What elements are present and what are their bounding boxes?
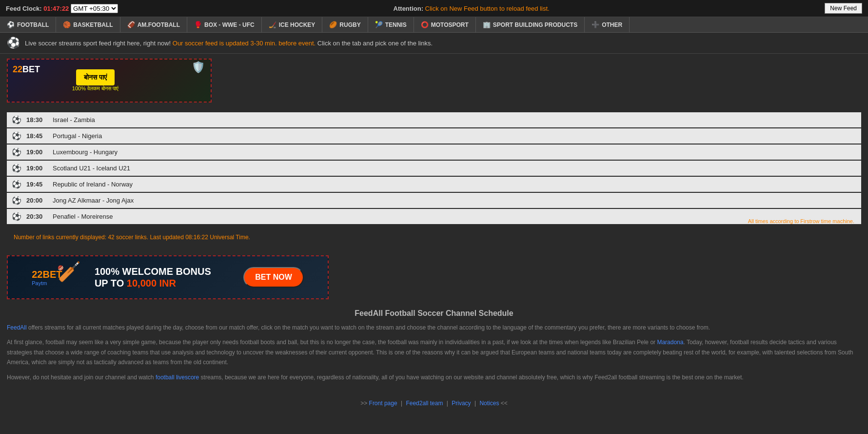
match-name: Scotland U21 - Iceland U21 bbox=[53, 165, 130, 172]
nav-item-basketball[interactable]: 🏀 BASKETBALL bbox=[56, 17, 120, 32]
tennis-icon: 🎾 bbox=[375, 21, 383, 28]
match-time: 19:45 bbox=[26, 181, 46, 188]
welcome-line2: UP TO 10,000 INR bbox=[95, 277, 211, 289]
welcome-amount: 10,000 INR bbox=[127, 278, 176, 289]
match-soccer-icon: ⚽ bbox=[12, 115, 21, 124]
desc-para1-text: offers streams for all current matches p… bbox=[28, 324, 710, 331]
nav-label-other: OTHER bbox=[602, 21, 622, 28]
nav-item-am-football[interactable]: 🏈 AM.FOOTBALL bbox=[120, 17, 187, 32]
banner-bottom[interactable]: 22BET Paytm 🏏 100% WELCOME BONUS UP TO 1… bbox=[7, 255, 329, 299]
soccer-ball-icon: ⚽ bbox=[7, 37, 20, 49]
maradona-link[interactable]: Maradona bbox=[657, 339, 683, 346]
description: FeedAll offers streams for all current m… bbox=[7, 323, 861, 382]
footer-sep3: | bbox=[474, 400, 476, 407]
basketball-icon: 🏀 bbox=[63, 21, 71, 28]
description-para3: However, do not hesitate and join our ch… bbox=[7, 372, 861, 382]
welcome-text: 100% WELCOME BONUS UP TO 10,000 INR bbox=[95, 266, 211, 289]
nav-label-basketball: BASKETBALL bbox=[73, 21, 113, 28]
description-para1: FeedAll offers streams for all current m… bbox=[7, 323, 861, 332]
notice-text-main: Live soccer streams sport feed right her… bbox=[25, 40, 171, 47]
nav-item-sport-building[interactable]: 🏢 SPORT BUILDING PRODUCTS bbox=[476, 17, 585, 32]
match-time: 18:45 bbox=[26, 132, 46, 140]
nav-label-motosport: MOTOSPORT bbox=[431, 21, 469, 28]
match-time: 20:00 bbox=[26, 197, 46, 204]
nav-item-box[interactable]: 🥊 BOX - WWE - UFC bbox=[187, 17, 262, 32]
bet-logo: 22BET bbox=[13, 64, 40, 75]
footer-notices[interactable]: Notices bbox=[479, 400, 499, 407]
match-time: 18:30 bbox=[26, 116, 46, 124]
match-name: Israel - Zambia bbox=[53, 116, 95, 124]
attention-link[interactable]: Click on New Feed button to reload feed … bbox=[425, 5, 550, 12]
rugby-icon: 🏉 bbox=[329, 21, 337, 28]
match-name: Luxembourg - Hungary bbox=[53, 148, 118, 156]
feed-clock-label: Feed Clock: bbox=[6, 5, 42, 12]
ice-hockey-icon: 🏒 bbox=[269, 21, 276, 28]
other-icon: ➕ bbox=[592, 21, 599, 28]
footer-sep1: | bbox=[401, 400, 402, 407]
page-title: FeedAll Football Soccer Channel Schedule bbox=[0, 309, 868, 318]
match-soccer-icon: ⚽ bbox=[12, 196, 21, 205]
nav-item-motosport[interactable]: ⭕ MOTOSPORT bbox=[414, 17, 476, 32]
footer-feed2all-team[interactable]: Feed2all team bbox=[406, 400, 443, 407]
match-time: 19:00 bbox=[26, 165, 46, 172]
nav-label-box: BOX - WWE - UFC bbox=[204, 21, 255, 28]
feedall-link[interactable]: FeedAll bbox=[7, 324, 27, 331]
nav-item-ice-hockey[interactable]: 🏒 ICE HOCKEY bbox=[262, 17, 323, 32]
match-name: Jong AZ Alkmaar - Jong Ajax bbox=[53, 197, 134, 204]
timezone-select[interactable]: GMT +05:30 GMT +00:00 GMT -05:00 GMT +01… bbox=[71, 4, 118, 13]
match-name: Penafiel - Moreirense bbox=[53, 213, 113, 220]
clock-time: 01:47:22 bbox=[43, 5, 69, 12]
match-soccer-icon: ⚽ bbox=[12, 131, 21, 141]
bet-bonus-hindi: 100% वेलकम बोनस पाएं bbox=[72, 85, 118, 92]
motosport-icon: ⭕ bbox=[421, 21, 429, 28]
nav-label-ice-hockey: ICE HOCKEY bbox=[279, 21, 316, 28]
match-soccer-icon: ⚽ bbox=[12, 212, 21, 221]
match-soccer-icon: ⚽ bbox=[12, 164, 21, 173]
match-soccer-icon: ⚽ bbox=[12, 180, 21, 189]
nav-item-rugby[interactable]: 🏉 RUGBY bbox=[322, 17, 368, 32]
match-name: Portugal - Nigeria bbox=[53, 132, 102, 140]
notice-highlight: Our soccer feed is updated 3-30 min. bef… bbox=[173, 40, 316, 47]
bet-bonus-button[interactable]: बोनस पाएं bbox=[76, 69, 115, 85]
footer-front-page[interactable]: Front page bbox=[369, 400, 397, 407]
match-name: Republic of Ireland - Norway bbox=[53, 181, 133, 188]
notice-text: Live soccer streams sport feed right her… bbox=[25, 40, 433, 47]
cricketer-image: 🏏 bbox=[57, 260, 96, 294]
match-row[interactable]: ⚽ 20:00 Jong AZ Alkmaar - Jong Ajax bbox=[7, 193, 861, 208]
footer: >> Front page | Feed2all team | Privacy … bbox=[0, 392, 868, 414]
match-row[interactable]: ⚽ 20:30 Penafiel - Moreirense bbox=[7, 209, 861, 224]
nav-item-tennis[interactable]: 🎾 TENNIS bbox=[368, 17, 414, 32]
links-count: Number of links currently displayed: 42 … bbox=[14, 234, 250, 241]
attention-message: Attention: Click on New Feed button to r… bbox=[394, 5, 550, 12]
match-row[interactable]: ⚽ 18:30 Israel - Zambia bbox=[7, 112, 861, 127]
match-time: 20:30 bbox=[26, 213, 46, 220]
footer-privacy[interactable]: Privacy bbox=[452, 400, 471, 407]
nav-item-football[interactable]: ⚽ FOOTBALL bbox=[0, 17, 56, 32]
nav-item-other[interactable]: ➕ OTHER bbox=[585, 17, 630, 32]
footer-suffix: << bbox=[501, 400, 508, 407]
feed-clock: Feed Clock: 01:47:22 GMT +05:30 GMT +00:… bbox=[6, 4, 118, 13]
footer-sep2: | bbox=[447, 400, 448, 407]
nav-label-tennis: TENNIS bbox=[385, 21, 407, 28]
nav-label-rugby: RUGBY bbox=[339, 21, 360, 28]
match-time: 19:00 bbox=[26, 148, 46, 156]
banner-top[interactable]: 22BET बोनस पाएं 100% वेलकम बोनस पाएं 🛡️ bbox=[7, 59, 212, 103]
football-icon: ⚽ bbox=[7, 21, 15, 28]
match-row[interactable]: ⚽ 19:00 Scotland U21 - Iceland U21 bbox=[7, 161, 861, 176]
match-row[interactable]: ⚽ 19:45 Republic of Ireland - Norway bbox=[7, 177, 861, 192]
attention-label: Attention: bbox=[394, 5, 423, 12]
footer-prefix: >> bbox=[360, 400, 367, 407]
sport-building-icon: 🏢 bbox=[483, 21, 491, 28]
notice-text2: Click on the tab and pick one of the lin… bbox=[317, 40, 433, 47]
football-livescore-link[interactable]: football livescore bbox=[156, 374, 199, 381]
shield-icon: 🛡️ bbox=[192, 62, 205, 73]
notice-bar: ⚽ Live soccer streams sport feed right h… bbox=[0, 33, 868, 54]
box-icon: 🥊 bbox=[194, 21, 202, 28]
nav-label-football: FOOTBALL bbox=[17, 21, 49, 28]
new-feed-button[interactable]: New Feed bbox=[825, 3, 862, 14]
description-para2: At first glance, football may seem like … bbox=[7, 337, 861, 367]
match-row[interactable]: ⚽ 19:00 Luxembourg - Hungary bbox=[7, 145, 861, 160]
match-row[interactable]: ⚽ 18:45 Portugal - Nigeria bbox=[7, 128, 861, 144]
am-football-icon: 🏈 bbox=[127, 21, 135, 28]
bet-now-button[interactable]: BET NOW bbox=[243, 267, 304, 288]
